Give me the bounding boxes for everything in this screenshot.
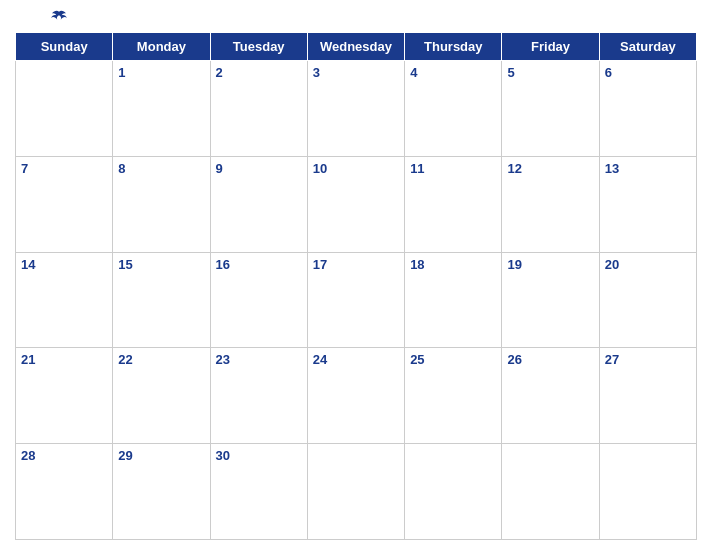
day-number: 24: [313, 352, 327, 367]
calendar-cell: 16: [210, 252, 307, 348]
day-number: 28: [21, 448, 35, 463]
day-number: 10: [313, 161, 327, 176]
calendar-week-2: 14151617181920: [16, 252, 697, 348]
calendar-cell: [405, 444, 502, 540]
calendar-cell: 3: [307, 61, 404, 157]
calendar-cell: 7: [16, 156, 113, 252]
day-number: 15: [118, 257, 132, 272]
weekday-header-thursday: Thursday: [405, 33, 502, 61]
day-number: 5: [507, 65, 514, 80]
calendar-cell: 4: [405, 61, 502, 157]
weekday-header-friday: Friday: [502, 33, 599, 61]
calendar-cell: 21: [16, 348, 113, 444]
day-number: 17: [313, 257, 327, 272]
day-number: 13: [605, 161, 619, 176]
calendar-cell: 19: [502, 252, 599, 348]
calendar-week-3: 21222324252627: [16, 348, 697, 444]
day-number: 23: [216, 352, 230, 367]
day-number: 7: [21, 161, 28, 176]
weekday-header-wednesday: Wednesday: [307, 33, 404, 61]
calendar-week-0: 123456: [16, 61, 697, 157]
logo-blue-text: [50, 10, 70, 24]
logo: [20, 10, 100, 24]
calendar-cell: 26: [502, 348, 599, 444]
day-number: 9: [216, 161, 223, 176]
calendar-cell: 28: [16, 444, 113, 540]
calendar-cell: 24: [307, 348, 404, 444]
calendar-cell: 12: [502, 156, 599, 252]
weekday-header-saturday: Saturday: [599, 33, 696, 61]
day-number: 4: [410, 65, 417, 80]
day-number: 1: [118, 65, 125, 80]
day-number: 20: [605, 257, 619, 272]
calendar-cell: 2: [210, 61, 307, 157]
calendar-cell: [307, 444, 404, 540]
weekday-header-monday: Monday: [113, 33, 210, 61]
calendar-week-4: 282930: [16, 444, 697, 540]
calendar-cell: 30: [210, 444, 307, 540]
weekday-header-tuesday: Tuesday: [210, 33, 307, 61]
calendar-cell: 25: [405, 348, 502, 444]
calendar-cell: [502, 444, 599, 540]
day-number: 19: [507, 257, 521, 272]
calendar-cell: 9: [210, 156, 307, 252]
calendar-cell: 22: [113, 348, 210, 444]
day-number: 6: [605, 65, 612, 80]
calendar-cell: 8: [113, 156, 210, 252]
day-number: 21: [21, 352, 35, 367]
calendar-week-1: 78910111213: [16, 156, 697, 252]
calendar-cell: 23: [210, 348, 307, 444]
calendar-cell: 15: [113, 252, 210, 348]
calendar-cell: 5: [502, 61, 599, 157]
day-number: 30: [216, 448, 230, 463]
calendar-cell: 20: [599, 252, 696, 348]
day-number: 22: [118, 352, 132, 367]
calendar-cell: 27: [599, 348, 696, 444]
day-number: 25: [410, 352, 424, 367]
calendar-cell: 6: [599, 61, 696, 157]
day-number: 27: [605, 352, 619, 367]
calendar-cell: 11: [405, 156, 502, 252]
logo-bird-icon: [50, 10, 68, 24]
weekday-header-row: SundayMondayTuesdayWednesdayThursdayFrid…: [16, 33, 697, 61]
day-number: 18: [410, 257, 424, 272]
calendar-cell: 13: [599, 156, 696, 252]
calendar-cell: [16, 61, 113, 157]
calendar-cell: [599, 444, 696, 540]
weekday-header-sunday: Sunday: [16, 33, 113, 61]
day-number: 3: [313, 65, 320, 80]
calendar-cell: 1: [113, 61, 210, 157]
day-number: 29: [118, 448, 132, 463]
day-number: 8: [118, 161, 125, 176]
day-number: 26: [507, 352, 521, 367]
calendar-cell: 10: [307, 156, 404, 252]
calendar-cell: 14: [16, 252, 113, 348]
calendar-header: [15, 10, 697, 24]
calendar-cell: 29: [113, 444, 210, 540]
day-number: 12: [507, 161, 521, 176]
calendar-cell: 17: [307, 252, 404, 348]
day-number: 2: [216, 65, 223, 80]
calendar-cell: 18: [405, 252, 502, 348]
calendar-table: SundayMondayTuesdayWednesdayThursdayFrid…: [15, 32, 697, 540]
day-number: 11: [410, 161, 424, 176]
day-number: 16: [216, 257, 230, 272]
day-number: 14: [21, 257, 35, 272]
